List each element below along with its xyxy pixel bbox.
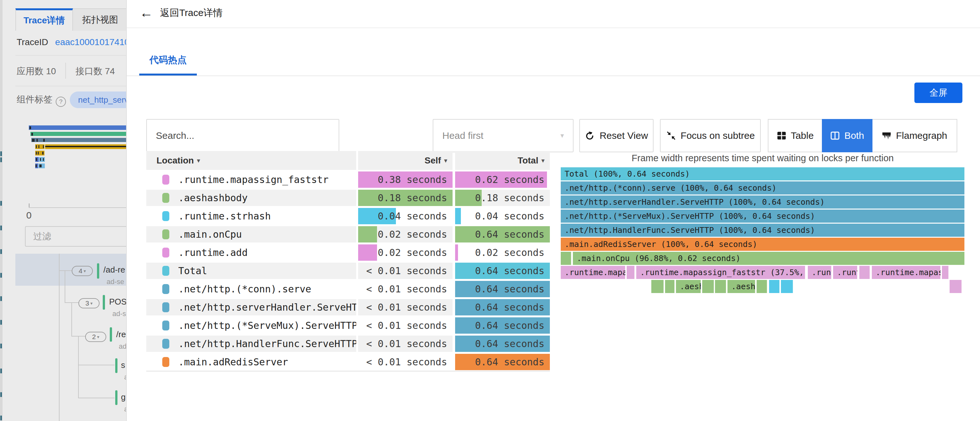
column-header-self[interactable]: Self▾ [358,151,453,170]
tree-item-title[interactable]: POST [109,297,126,307]
view-button-both[interactable]: Both [822,119,872,152]
table-row-location[interactable]: .net/http.serverHandler.ServeHTTP [146,299,356,315]
tree-expand-badge[interactable]: 3▾ [78,298,100,308]
flame-frame[interactable] [942,266,949,279]
table-row-location[interactable]: .net/http.(*conn).serve [146,281,356,297]
flame-frame[interactable]: .main.adRedisServer (100%, 0.64 seconds) [561,238,965,251]
sidebar-tab-topology[interactable]: 拓扑视图 [73,8,126,31]
waterfall-span[interactable] [35,157,39,162]
table-row-total[interactable]: 0.64 seconds [455,263,550,279]
table-row-total[interactable]: 0.64 seconds [455,226,550,243]
table-row-location[interactable]: .main.onCpu [146,226,356,243]
trace-id-link[interactable]: eaac10001017410663 [55,37,126,47]
table-row-total[interactable]: 0.64 seconds [455,354,550,370]
table-row-total[interactable]: 0.04 seconds [455,208,550,224]
flame-frame[interactable]: Total (100%, 0.64 seconds) [561,167,965,180]
filter-input[interactable] [25,226,126,247]
table-row-total[interactable]: 0.64 seconds [455,317,550,334]
waterfall-span[interactable] [31,138,126,142]
chevron-down-icon: ▾ [84,268,86,273]
table-row-self[interactable]: 0.38 seconds [358,172,453,188]
table-row-self[interactable]: < 0.01 seconds [358,335,453,352]
table-row-self[interactable]: < 0.01 seconds [358,299,453,315]
waterfall-span[interactable] [39,157,45,162]
tree-expand-badge[interactable]: 2▾ [85,332,106,342]
table-row-location[interactable]: .runtime.strhash [146,208,356,224]
tree-item-title[interactable]: /re [116,329,126,339]
column-header-location[interactable]: Location▾ [146,151,356,170]
focus-subtree-button[interactable]: Focus on subtree [660,119,761,152]
table-row-location[interactable]: .aeshashbody [146,190,356,206]
waterfall-span[interactable] [38,164,45,168]
help-icon[interactable]: ? [56,97,66,107]
flame-frame[interactable]: .runt [808,266,832,279]
waterfall-span[interactable] [35,144,45,149]
fullscreen-button[interactable]: 全屏 [915,83,963,103]
table-row-location[interactable]: Total [146,263,356,279]
flame-frame[interactable]: .runtime.mapassign_faststr (37.5%, [636,266,805,279]
table-row-total[interactable]: 0.64 seconds [455,281,550,297]
table-row-total[interactable]: 0.64 seconds [455,335,550,352]
table-row-location[interactable]: .runtime.mapassign_faststr [146,172,356,188]
table-row-self[interactable]: 0.02 seconds [358,245,453,261]
color-swatch [162,302,169,312]
flame-frame[interactable]: .runtime.mapas [872,266,941,279]
waterfall-span[interactable] [35,164,38,168]
tree-item-title[interactable]: s [121,360,125,370]
flame-frame[interactable]: .net/http.HandlerFunc.ServeHTTP (100%, 0… [561,224,965,237]
table-row-self[interactable]: < 0.01 seconds [358,263,453,279]
table-row-self[interactable]: 0.18 seconds [358,190,453,206]
reset-view-button[interactable]: Reset View [579,119,654,152]
tab-code-hotspot[interactable]: 代码热点 [139,54,197,68]
component-tag[interactable]: net_http_serv [70,92,126,108]
sidebar-tab-trace-detail[interactable]: Trace详情 [15,8,73,31]
flame-frame[interactable] [950,280,962,293]
table-row-total[interactable]: 0.02 seconds [455,245,550,261]
table-row-self[interactable]: < 0.01 seconds [358,317,453,334]
table-row-total[interactable]: 0.18 seconds [455,190,550,206]
flame-frame[interactable] [702,280,714,293]
table-row-self[interactable]: < 0.01 seconds [358,354,453,370]
waterfall-span[interactable] [35,151,45,156]
flame-frame[interactable] [561,252,571,265]
tree-item-title[interactable]: /ad-re [103,265,125,275]
table-row-total[interactable]: 0.62 seconds [455,172,550,188]
flame-frame[interactable] [627,266,635,279]
flame-frame[interactable] [781,280,793,293]
column-header-total[interactable]: Total▾ [455,151,550,170]
flame-frame[interactable] [757,280,767,293]
tree-item-title[interactable]: g [121,392,126,402]
table-row-self[interactable]: < 0.01 seconds [358,281,453,297]
flamegraph: Total (100%, 0.64 seconds).net/http.(*co… [561,167,965,295]
flame-frame[interactable] [651,280,664,293]
flame-frame[interactable] [715,280,726,293]
flame-frame[interactable]: .net/http.(*ServeMux).ServeHTTP (100%, 0… [561,210,965,222]
flame-frame[interactable]: .main.onCpu (96.88%, 0.62 seconds) [573,252,965,265]
tree-expand-badge[interactable]: 4▾ [72,266,93,276]
table-row-self[interactable]: 0.02 seconds [358,226,453,243]
waterfall-span[interactable] [45,144,126,149]
flame-frame[interactable]: .net/http.(*conn).serve (100%, 0.64 seco… [561,181,965,194]
flame-frame[interactable]: .runt [833,266,858,279]
flame-frame[interactable]: .aesh [676,280,701,293]
table-row-self[interactable]: 0.04 seconds [358,208,453,224]
back-button[interactable]: ← 返回Trace详情 [140,5,223,21]
flame-frame[interactable]: .net/http.serverHandler.ServeHTTP (100%,… [561,195,965,208]
flame-frame[interactable] [665,280,675,293]
table-row-location[interactable]: .runtime.add [146,245,356,261]
table-row-total[interactable]: 0.64 seconds [455,299,550,315]
view-button-flamegraph[interactable]: Flamegraph [872,119,957,152]
flame-frame[interactable] [859,266,870,279]
flame-frame[interactable] [769,280,780,293]
order-select[interactable]: Head first ▾ [433,119,574,152]
table-row-location[interactable]: .net/http.(*ServeMux).ServeHTTP [146,317,356,334]
waterfall-span[interactable] [30,132,126,136]
flame-frame[interactable]: .runtime.mapas [561,266,625,279]
self-value: < 0.01 seconds [366,354,447,370]
flame-frame[interactable]: .aesh [727,280,755,293]
waterfall-span[interactable] [29,126,126,130]
table-row-location[interactable]: .net/http.HandlerFunc.ServeHTTP [146,335,356,352]
view-button-table[interactable]: Table [768,119,822,152]
table-row-location[interactable]: .main.adRedisServer [146,354,356,370]
search-input[interactable] [146,119,339,152]
